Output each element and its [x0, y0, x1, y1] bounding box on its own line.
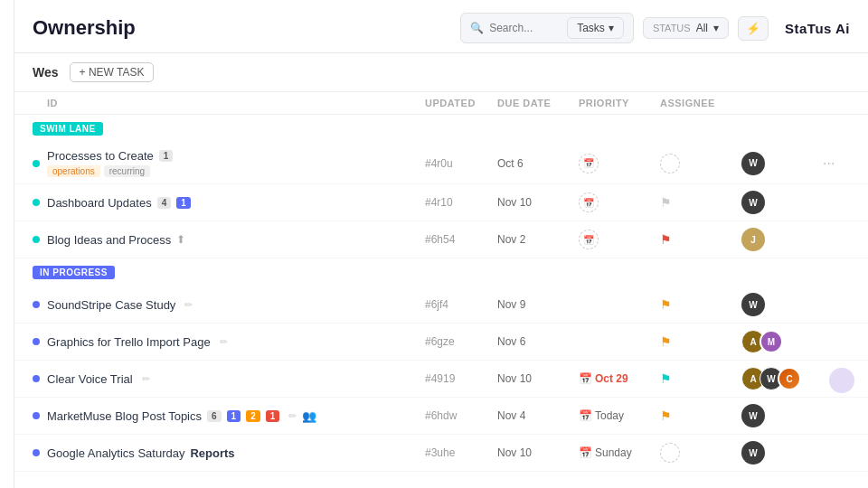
- task-name-cell: SoundStripe Case Study ✏: [33, 298, 425, 312]
- lanes-container: SWIM LANE Processes to Create 1 operatio…: [14, 115, 868, 488]
- main-content: Ownership 🔍 Tasks ▾ STATUS All ▾: [14, 0, 868, 488]
- task-name: Clear Voice Trial: [47, 372, 133, 386]
- task-badge-blue: 1: [227, 410, 241, 422]
- avatar-group: A W C: [741, 367, 823, 390]
- task-assignee: A W C: [741, 367, 823, 390]
- task-priority: [660, 154, 741, 174]
- task-due-date: 📅: [579, 230, 660, 249]
- task-name: Graphics for Trello Import Page: [47, 335, 211, 349]
- table-row[interactable]: Clear Voice Trial ✏ #4919 Nov 10 📅 Oct 2…: [14, 361, 868, 398]
- task-updated: Oct 6: [497, 157, 579, 170]
- table-row[interactable]: Google Analytics Saturday Reports #3uhe …: [14, 435, 868, 472]
- due-date-display: 📅 Today: [579, 409, 660, 422]
- task-due-date: 📅: [579, 192, 660, 212]
- calendar-icon-btn: 📅: [579, 154, 599, 174]
- task-updated: Nov 10: [497, 372, 579, 385]
- task-name-cell: Dashboard Updates 4 1: [33, 196, 425, 210]
- task-priority: ⚑: [660, 334, 741, 349]
- edit-icon[interactable]: ✏: [220, 336, 228, 348]
- in-progress-badge: IN PROGRESS: [33, 266, 115, 279]
- task-id: #4r10: [425, 196, 497, 209]
- task-updated: Nov 2: [497, 233, 579, 246]
- filter-icon: ⚡: [746, 22, 760, 35]
- task-name-cell: Google Analytics Saturday Reports: [33, 446, 425, 460]
- task-name-cell: MarketMuse Blog Post Topics 6 1 2 1 ✏ 👥: [33, 409, 425, 423]
- task-status-dot: [33, 160, 40, 167]
- table-row[interactable]: Dashboard Updates 4 1 #4r10 Nov 10 📅 ⚑ W: [14, 184, 868, 221]
- more-icon[interactable]: ···: [823, 155, 835, 171]
- task-id: #4919: [425, 372, 497, 385]
- task-badge: 1: [159, 150, 174, 162]
- edit-icon[interactable]: ✏: [142, 373, 150, 385]
- task-badge-orange: 2: [246, 410, 260, 422]
- priority-dashed: [660, 443, 680, 463]
- task-name-wrapper: Blog Ideas and Process ⬆: [47, 233, 185, 247]
- table-row[interactable]: Blog Ideas and Process ⬆ #6h54 Nov 2 📅 ⚑…: [14, 221, 868, 258]
- task-name-cell: Processes to Create 1 operations recurri…: [33, 149, 425, 177]
- task-name-bold: Reports: [190, 446, 234, 460]
- task-more[interactable]: ···: [823, 155, 850, 172]
- task-id: #4r0u: [425, 157, 497, 170]
- table-row[interactable]: Processes to Create 1 operations recurri…: [14, 143, 868, 184]
- col-assignee: ASSIGNEE: [660, 98, 741, 108]
- calendar-icon-btn: 📅: [579, 230, 599, 249]
- swim-lane-badge: SWIM LANE: [33, 122, 103, 136]
- task-priority: ⚑: [660, 297, 741, 312]
- header-left: Ownership: [33, 16, 136, 40]
- priority-flag-teal: ⚑: [660, 371, 672, 386]
- tasks-dropdown[interactable]: Tasks ▾: [567, 17, 624, 39]
- sunday-date: Sunday: [595, 446, 632, 459]
- edit-icon[interactable]: ✏: [184, 299, 193, 311]
- avatar-orange: C: [778, 367, 801, 390]
- today-date: Today: [595, 409, 624, 422]
- priority-flag: ⚑: [660, 195, 672, 210]
- sidebar: [0, 0, 14, 488]
- table-row[interactable]: MarketMuse Blog Post Topics 6 1 2 1 ✏ 👥 …: [14, 398, 868, 435]
- status-filter[interactable]: STATUS All ▾: [643, 17, 729, 39]
- search-input[interactable]: [489, 22, 561, 34]
- task-status-dot: [33, 338, 40, 345]
- task-id: #6hdw: [425, 409, 497, 422]
- search-bar[interactable]: 🔍 Tasks ▾: [460, 13, 634, 43]
- priority-flag-yellow: ⚑: [660, 297, 672, 312]
- col-priority: PRIORITY: [579, 98, 660, 108]
- filter-button[interactable]: ⚡: [738, 16, 769, 41]
- task-priority: ⚑: [660, 371, 741, 386]
- avatar: W: [741, 152, 765, 175]
- edit-icon[interactable]: ✏: [288, 410, 297, 422]
- due-date-display: 📅 Sunday: [579, 446, 660, 459]
- cursor-glow: [829, 368, 854, 393]
- col-due-date: DUE DATE: [497, 98, 579, 108]
- in-progress-lane-header: IN PROGRESS: [14, 258, 868, 286]
- calendar-icon: 📅: [579, 446, 592, 459]
- col-updated: UPDATED: [425, 98, 497, 108]
- new-task-button[interactable]: + NEW TASK: [70, 62, 155, 82]
- swim-lane-header: SWIM LANE: [14, 115, 868, 143]
- table-row[interactable]: Graphics for Trello Import Page ✏ #6gze …: [14, 324, 868, 361]
- search-icon: 🔍: [470, 22, 484, 34]
- task-name: MarketMuse Blog Post Topics: [47, 409, 202, 423]
- calendar-icon-btn: 📅: [579, 192, 599, 212]
- task-status-dot: [33, 199, 40, 206]
- task-badge-blue: 1: [176, 197, 191, 209]
- table-row[interactable]: SoundStripe Case Study ✏ #6jf4 Nov 9 ⚑ W: [14, 286, 868, 324]
- task-assignee: W: [741, 404, 823, 427]
- avatar: W: [741, 191, 765, 214]
- task-name: SoundStripe Case Study: [47, 298, 175, 312]
- avatar-purple: M: [760, 330, 783, 353]
- task-updated: Nov 4: [497, 409, 579, 422]
- status-ai-label: StaTus Ai: [785, 21, 850, 36]
- priority-flag-yellow: ⚑: [660, 334, 672, 349]
- task-name: Google Analytics Saturday: [47, 446, 184, 460]
- avatar: W: [741, 441, 765, 465]
- task-priority: ⚑: [660, 195, 741, 210]
- task-id: #6gze: [425, 335, 497, 348]
- task-status-dot: [33, 236, 40, 243]
- people-icon[interactable]: 👥: [302, 409, 316, 423]
- task-updated: Nov 10: [497, 446, 579, 459]
- task-id: #3uhe: [425, 446, 497, 459]
- task-badge: 4: [157, 197, 172, 209]
- chevron-down-icon: ▾: [609, 22, 614, 34]
- avatar-group: A M: [741, 330, 823, 353]
- task-assignee: W: [741, 293, 823, 316]
